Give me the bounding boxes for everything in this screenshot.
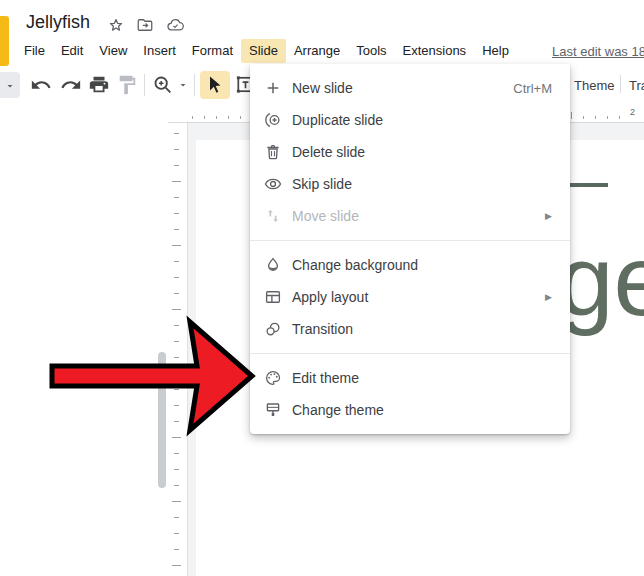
ruler-tick: [172, 437, 181, 438]
slide-menu-dropdown: New slideCtrl+MDuplicate slideDelete sli…: [250, 64, 570, 434]
menu-divider: [250, 240, 570, 241]
menubar-item-file[interactable]: File: [16, 39, 53, 63]
menu-item-label: Move slide: [292, 208, 359, 224]
menu-item-skip-slide[interactable]: Skip slide: [250, 168, 570, 200]
toolbar-divider: [144, 74, 145, 96]
redo-icon[interactable]: [60, 74, 82, 96]
submenu-arrow-icon: ▶: [545, 211, 552, 221]
menu-item-label: New slide: [292, 80, 353, 96]
menu-item-edit-theme[interactable]: Edit theme: [250, 362, 570, 394]
move-slide-icon: [264, 207, 282, 225]
ruler-tick: [174, 517, 179, 518]
ruler-tick: [172, 373, 181, 374]
move-folder-icon[interactable]: [136, 16, 154, 34]
menu-item-label: Delete slide: [292, 144, 365, 160]
filmstrip-panel: [0, 105, 156, 576]
menu-item-transition[interactable]: Transition: [250, 313, 570, 345]
apply-layout-icon: [264, 288, 282, 306]
new-slide-icon: [264, 79, 282, 97]
ruler-tick: [174, 261, 179, 262]
menu-item-label: Transition: [292, 321, 353, 337]
menu-item-change-theme[interactable]: Change theme: [250, 394, 570, 426]
menu-item-label: Edit theme: [292, 370, 359, 386]
ruler-tick: [174, 421, 179, 422]
ruler-tick: [216, 116, 217, 119]
paint-format-icon[interactable]: [116, 74, 138, 96]
ruler-tick: [174, 149, 179, 150]
duplicate-slide-icon: [264, 111, 282, 129]
ruler-tick: [228, 116, 229, 119]
menu-item-duplicate-slide[interactable]: Duplicate slide: [250, 104, 570, 136]
chevron-down-icon[interactable]: [177, 79, 189, 91]
theme-button[interactable]: Theme: [574, 78, 614, 93]
ruler-tick: [174, 453, 179, 454]
ruler-tick: [172, 245, 181, 246]
h-ruler-label: 2: [630, 107, 635, 117]
undo-icon[interactable]: [30, 74, 52, 96]
ruler-tick: [174, 469, 179, 470]
select-tool-button[interactable]: [200, 71, 230, 99]
filmstrip-scrollbar[interactable]: [158, 352, 166, 488]
ruler-tick: [174, 485, 179, 486]
star-icon[interactable]: [107, 16, 125, 34]
ruler-tick: [174, 277, 179, 278]
menu-item-apply-layout[interactable]: Apply layout▶: [250, 281, 570, 313]
transition-icon: [264, 320, 282, 338]
ruler-tick: [174, 293, 179, 294]
skip-slide-icon: [264, 175, 282, 193]
ruler-tick: [172, 181, 181, 182]
menubar-item-format[interactable]: Format: [184, 39, 241, 63]
ruler-tick: [174, 213, 179, 214]
ruler-tick: [174, 405, 179, 406]
ruler-tick: [174, 133, 179, 134]
ruler-tick: [174, 533, 179, 534]
ruler-tick: [192, 116, 193, 119]
zoom-icon[interactable]: [152, 74, 174, 96]
submenu-arrow-icon: ▶: [545, 292, 552, 302]
v-ruler-label-2: 2: [170, 375, 180, 380]
menu-divider: [250, 353, 570, 354]
menu-item-change-background[interactable]: Change background: [250, 249, 570, 281]
ruler-tick: [607, 116, 608, 119]
ruler-tick: [172, 501, 181, 502]
slide-partial-title: ge: [558, 230, 644, 330]
ruler-tick: [174, 357, 179, 358]
toolbar-divider: [620, 75, 621, 93]
menubar-item-slide[interactable]: Slide: [241, 39, 286, 63]
menubar-item-view[interactable]: View: [91, 39, 135, 63]
slides-logo-icon[interactable]: [0, 16, 9, 66]
ruler-tick: [174, 197, 179, 198]
menubar-item-edit[interactable]: Edit: [53, 39, 91, 63]
ruler-tick: [172, 309, 181, 310]
menu-item-move-slide: Move slide▶: [250, 200, 570, 232]
menubar-item-arrange[interactable]: Arrange: [286, 39, 348, 63]
menubar-item-extensions[interactable]: Extensions: [395, 39, 475, 63]
print-icon[interactable]: [88, 74, 110, 96]
menu-item-new-slide[interactable]: New slideCtrl+M: [250, 72, 570, 104]
ruler-tick: [174, 165, 179, 166]
transition-button[interactable]: Transition: [629, 78, 644, 93]
menu-item-label: Apply layout: [292, 289, 368, 305]
menu-item-shortcut: Ctrl+M: [513, 81, 552, 96]
ruler-tick: [583, 116, 584, 119]
cursor-arrow-icon: [205, 74, 225, 94]
menubar-item-insert[interactable]: Insert: [135, 39, 184, 63]
ruler-tick: [174, 341, 179, 342]
toolbar-more-button[interactable]: [0, 72, 20, 98]
ruler-tick: [174, 389, 179, 390]
menubar-item-tools[interactable]: Tools: [348, 39, 394, 63]
ruler-tick: [595, 116, 596, 119]
toolbar-divider: [194, 74, 195, 96]
ruler-tick: [571, 112, 572, 119]
delete-slide-icon: [264, 143, 282, 161]
edit-theme-icon: [264, 369, 282, 387]
change-background-icon: [264, 256, 282, 274]
menubar-item-help[interactable]: Help: [474, 39, 517, 63]
last-edit-link[interactable]: Last edit was 18: [552, 44, 644, 59]
ruler-tick: [174, 549, 179, 550]
cloud-status-icon[interactable]: [166, 16, 185, 34]
menu-item-delete-slide[interactable]: Delete slide: [250, 136, 570, 168]
document-title[interactable]: Jellyfish: [26, 12, 90, 33]
ruler-tick: [619, 116, 620, 119]
menu-item-label: Change theme: [292, 402, 384, 418]
